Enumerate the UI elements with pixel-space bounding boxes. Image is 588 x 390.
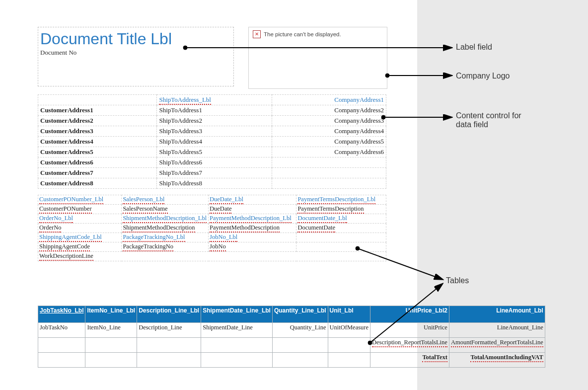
svg-line-7 xyxy=(358,248,442,279)
annotation-arrows xyxy=(0,0,588,390)
svg-line-9 xyxy=(370,284,442,343)
